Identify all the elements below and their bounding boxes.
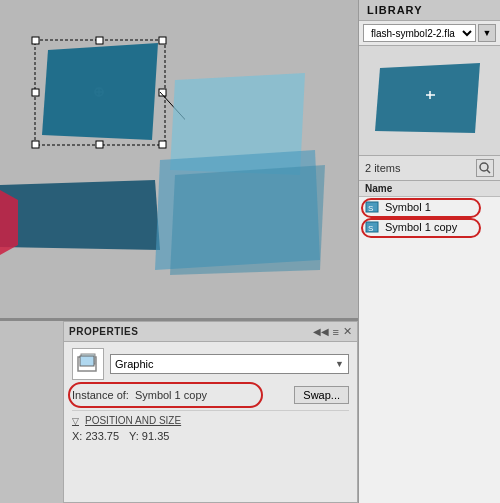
properties-title-bar: PROPERTIES ◀◀ ≡ ✕ [64, 322, 357, 342]
shape-red [0, 185, 18, 255]
library-item-symbol1[interactable]: S Symbol 1 [359, 197, 500, 217]
library-dropdown-button[interactable]: ▼ [478, 24, 496, 42]
shape4 [155, 140, 330, 280]
x-value: 233.75 [85, 430, 119, 442]
panel-body: Graphic ▼ Instance of: Symbol 1 copy Swa… [64, 342, 357, 448]
properties-title: PROPERTIES [69, 326, 138, 337]
instance-icon-box [72, 348, 104, 380]
swap-button[interactable]: Swap... [294, 386, 349, 404]
svg-marker-23 [375, 63, 480, 133]
library-panel: LIBRARY flash-symbol2-2.fla ▼ 2 items Na… [358, 0, 500, 503]
symbol1-icon: S [365, 200, 381, 214]
properties-panel: PROPERTIES ◀◀ ≡ ✕ Graphic ▼ Instance of: [63, 321, 358, 503]
y-coord-group: Y: 91.35 [129, 430, 169, 442]
svg-marker-15 [0, 180, 160, 250]
shape4-svg [155, 140, 335, 285]
library-file-select[interactable]: flash-symbol2-2.fla [363, 24, 476, 42]
svg-point-26 [480, 163, 488, 171]
symbol1copy-name: Symbol 1 copy [385, 221, 457, 233]
y-value: 91.35 [142, 430, 170, 442]
position-title-text: POSITION AND SIZE [85, 415, 181, 426]
position-row: X: 233.75 Y: 91.35 [72, 430, 349, 442]
library-preview-svg [370, 53, 490, 148]
item-count: 2 items [365, 162, 400, 174]
instance-icon-svg [77, 353, 99, 375]
library-count-row: 2 items [359, 156, 500, 181]
svg-rect-4 [32, 89, 39, 96]
shape2 [0, 175, 170, 255]
search-button[interactable] [476, 159, 494, 177]
svg-rect-7 [96, 141, 103, 148]
menu-icon[interactable]: ≡ [333, 326, 339, 338]
instance-row: Instance of: Symbol 1 copy Swap... [72, 386, 349, 404]
graphic-dropdown[interactable]: Graphic ▼ [110, 354, 349, 374]
svg-rect-3 [159, 37, 166, 44]
collapse-icon[interactable]: ◀◀ [313, 326, 329, 337]
library-preview [359, 46, 500, 156]
search-icon [479, 162, 491, 174]
svg-text:S: S [368, 224, 373, 233]
position-section: ▽ POSITION AND SIZE X: 233.75 Y: 91.35 [72, 410, 349, 442]
dropdown-arrow-icon: ▼ [335, 359, 344, 369]
instance-value: Symbol 1 copy [135, 389, 207, 401]
shape1-selected[interactable] [30, 35, 180, 155]
svg-line-27 [487, 170, 490, 173]
panel-row1: Graphic ▼ [72, 348, 349, 380]
close-icon[interactable]: ✕ [343, 325, 352, 338]
position-collapse-icon[interactable]: ▽ [72, 416, 79, 426]
shape2-svg [0, 175, 175, 260]
shape-red-svg [0, 185, 20, 260]
svg-marker-16 [0, 190, 18, 255]
svg-rect-1 [32, 37, 39, 44]
library-title-bar: LIBRARY [359, 0, 500, 21]
library-items-list: S Symbol 1 S Symbol 1 copy [359, 197, 500, 503]
x-label: X: [72, 430, 82, 442]
svg-marker-12 [42, 43, 158, 140]
svg-text:S: S [368, 204, 373, 213]
x-coord-group: X: 233.75 [72, 430, 119, 442]
symbol1-name: Symbol 1 [385, 201, 431, 213]
y-label: Y: [129, 430, 139, 442]
library-name-header: Name [359, 181, 500, 197]
library-file-row: flash-symbol2-2.fla ▼ [359, 21, 500, 46]
instance-label: Instance of: [72, 389, 129, 401]
title-icons: ◀◀ ≡ ✕ [313, 325, 352, 338]
svg-marker-19 [170, 165, 325, 275]
position-title: ▽ POSITION AND SIZE [72, 415, 349, 426]
library-title: LIBRARY [367, 4, 422, 16]
svg-rect-6 [32, 141, 39, 148]
svg-rect-2 [96, 37, 103, 44]
graphic-type-label: Graphic [115, 358, 154, 370]
library-item-symbol1copy[interactable]: S Symbol 1 copy [359, 217, 500, 237]
svg-rect-22 [80, 356, 94, 366]
symbol1copy-icon: S [365, 220, 381, 234]
